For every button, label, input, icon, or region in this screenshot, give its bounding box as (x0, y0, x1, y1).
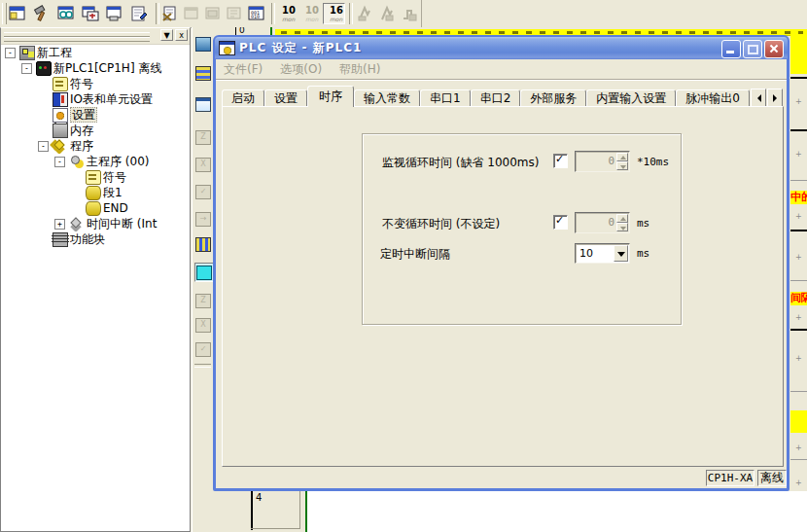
tree-item-interrupt[interactable]: +时间中断 (Int (1, 216, 190, 231)
memory-bars-icon[interactable] (194, 235, 212, 253)
tree-item-symbols2[interactable]: 符号 (1, 169, 190, 185)
transfer-icon[interactable] (224, 2, 245, 25)
view-window-icon[interactable] (6, 2, 29, 25)
tab-pulse-output0[interactable]: 脉冲输出0 (676, 89, 750, 107)
signed-decimal-monitor-button[interactable]: 10mon (299, 3, 322, 24)
spin-down-button[interactable] (616, 161, 628, 170)
online-edit-icon[interactable] (202, 2, 224, 25)
ladder-editor-bottom-strip: 4 (213, 491, 807, 532)
ladder-rung-line (790, 77, 807, 79)
tree-item-end[interactable]: END (1, 200, 190, 216)
plc-icon (36, 61, 52, 76)
spin-up-button[interactable] (616, 214, 628, 223)
monitor-gray-3-icon[interactable]: ✓ (194, 340, 212, 358)
decimal-monitor-button[interactable]: 10mon (276, 3, 298, 24)
tree-item-memory[interactable]: 内存 (1, 123, 190, 138)
cross-gray-icon[interactable]: X (194, 156, 212, 173)
workspace-menu-button[interactable]: ▼ (160, 29, 173, 41)
minimize-button[interactable] (721, 40, 741, 58)
monitor-icon[interactable] (353, 2, 375, 25)
dialog-title: PLC 设定 - 新PLC1 (239, 40, 362, 56)
tab-peripheral-service[interactable]: 外部服务 (520, 89, 586, 107)
interrupt-icon (69, 217, 83, 230)
tab-serial1[interactable]: 串口1 (420, 89, 471, 107)
tree-item-plc[interactable]: -新PLC1[CP1H] 离线 (1, 60, 190, 76)
combo-dropdown-button[interactable] (614, 245, 628, 262)
toolbar-separator (271, 3, 275, 24)
plc-settings-active-icon[interactable] (194, 263, 214, 282)
close-button[interactable] (764, 40, 784, 58)
toolbar-edge (421, 0, 422, 27)
monitor-gray-2-icon[interactable]: X (194, 316, 212, 334)
expander-icon[interactable]: + (54, 219, 65, 230)
menu-help[interactable]: 帮助(H) (339, 61, 380, 78)
differential-monitor-icon[interactable] (398, 2, 420, 25)
compile-icon[interactable] (159, 2, 181, 25)
svg-text:010: 010 (251, 14, 260, 19)
ladder-grid-line (790, 459, 807, 460)
ladder-cursor (305, 491, 307, 532)
monitor-gray-1-icon[interactable]: Z (194, 292, 212, 309)
function-block-icon (53, 232, 68, 247)
fixed-cycle-spinner[interactable]: 0 (575, 212, 630, 233)
project-tree: -新工程 -新PLC1[CP1H] 离线 符号 IO表和单元设置 设置 内存 -… (1, 45, 190, 247)
ladder-comment-fragment: 间隔 (790, 292, 807, 305)
pause-monitor-icon[interactable] (375, 2, 398, 25)
watch-sheet-icon[interactable] (194, 35, 212, 53)
expander-icon[interactable]: - (54, 157, 65, 167)
tree-item-project[interactable]: -新工程 (1, 45, 190, 60)
expander-icon[interactable]: - (38, 141, 49, 152)
ladder-highlight (790, 410, 807, 433)
ladder-grid-line (790, 280, 807, 281)
expander-icon[interactable]: - (21, 63, 32, 74)
hex-monitor-button[interactable]: 16mon (323, 3, 345, 24)
tree-item-io-table[interactable]: IO表和单元设置 (1, 91, 190, 107)
timer-interrupt-combobox[interactable]: 10 (575, 243, 630, 264)
tab-settings[interactable]: 设置 (264, 89, 307, 107)
maximize-button[interactable] (743, 40, 762, 58)
cx-programmer-screen: 001010 10mon 10mon 16mon ▼ x -新工程 -新PLC1… (0, 0, 807, 532)
layers-icon[interactable] (194, 64, 212, 82)
status-device-type: CP1H-XA (706, 470, 754, 486)
check-gray-icon[interactable]: ✓ (194, 183, 212, 200)
ladder-rung-line (790, 230, 807, 231)
jump-gray-icon[interactable]: → (194, 210, 212, 228)
spin-down-button[interactable] (616, 223, 628, 231)
watch-cycle-spinner[interactable]: 0 (575, 151, 630, 172)
tab-input-constant[interactable]: 输入常数 (354, 89, 420, 107)
properties-icon[interactable] (127, 2, 151, 25)
watch-cycle-checkbox[interactable]: ✓ (553, 154, 568, 168)
tab-serial2[interactable]: 串口2 (471, 89, 521, 107)
workspace-grip[interactable] (4, 37, 150, 42)
watch-window-icon[interactable] (54, 2, 78, 25)
tree-item-function-block[interactable]: 功能块 (1, 231, 190, 247)
symbols-gray-icon[interactable]: Z (194, 128, 212, 146)
status-connection-mode: 离线 (757, 470, 787, 486)
tab-timing[interactable]: 时序 (307, 86, 354, 107)
build-hammer-icon[interactable] (30, 2, 53, 25)
io-table-grid-icon[interactable] (194, 95, 212, 113)
tab-scroll-left-button[interactable] (751, 89, 766, 107)
program-check-icon[interactable] (181, 2, 202, 25)
workspace-close-button[interactable]: x (175, 29, 188, 41)
side-toolbar-separator (194, 364, 211, 368)
fixed-cycle-checkbox[interactable]: ✓ (553, 215, 568, 230)
tree-item-main-program[interactable]: -主程序 (00) (1, 154, 190, 169)
tab-scroll-right-button[interactable] (767, 89, 783, 107)
menu-file[interactable]: 文件(F) (224, 61, 263, 78)
tree-item-section1[interactable]: 段1 (1, 185, 190, 200)
cross-reference-icon[interactable] (79, 2, 102, 25)
tree-item-symbols[interactable]: 符号 (1, 76, 190, 91)
address-reference-icon[interactable] (103, 2, 126, 25)
binary-view-icon[interactable]: 001010 (245, 2, 268, 25)
tab-startup[interactable]: 启动 (222, 89, 264, 107)
dialog-titlebar[interactable]: PLC 设定 - 新PLC1 (215, 37, 788, 59)
menu-options[interactable]: 选项(O) (280, 61, 322, 78)
tree-item-programs[interactable]: -程序 (1, 138, 190, 154)
main-program-icon (69, 155, 83, 167)
expander-icon[interactable]: - (5, 48, 16, 58)
tab-builtin-input[interactable]: 内置输入设置 (586, 89, 676, 107)
spin-up-button[interactable] (616, 153, 628, 161)
main-toolbar: 001010 10mon 10mon 16mon (0, 0, 807, 28)
tree-item-settings[interactable]: 设置 (1, 107, 190, 123)
